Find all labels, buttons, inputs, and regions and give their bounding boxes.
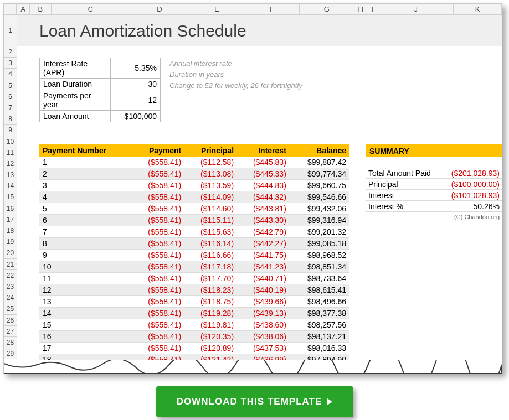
input-label: Loan Amount	[40, 111, 111, 122]
row-header-22[interactable]: 22	[4, 270, 17, 281]
input-value[interactable]: 5.35%	[111, 58, 161, 79]
table-row[interactable]: 16($558.41)($120.35)($438.06)$98,137.21	[39, 331, 349, 343]
input-label: Loan Duration	[40, 79, 111, 90]
table-row[interactable]: 12($558.41)($118.23)($440.19)$98,615.41	[39, 284, 349, 296]
download-label: DOWNLOAD THIS TEMPLATE	[177, 396, 322, 407]
copyright: (C) Chandoo.org	[366, 212, 502, 220]
col-header-F[interactable]: F	[244, 4, 299, 14]
row-header-28[interactable]: 28	[4, 337, 17, 348]
table-row[interactable]: 17($558.41)($120.89)($437.53)$98,016.33	[39, 343, 349, 354]
input-note: Change to 52 for weekly, 26 for fortnigh…	[169, 80, 302, 91]
loan-inputs-block: Interest Rate (APR)5.35%Loan Duration30P…	[39, 58, 502, 122]
row-header-1[interactable]: 1	[4, 15, 17, 46]
summary-row: Interest %50.26%	[366, 201, 502, 212]
col-header-D[interactable]: D	[130, 4, 189, 14]
summary-label: Interest %	[368, 202, 403, 210]
row-header-6[interactable]: 6	[4, 91, 17, 102]
row-header-18[interactable]: 18	[4, 225, 17, 236]
col-header-H[interactable]: H	[354, 4, 367, 14]
row-header-23[interactable]: 23	[4, 281, 17, 292]
loan-inputs-table: Interest Rate (APR)5.35%Loan Duration30P…	[39, 58, 161, 122]
summary-header: SUMMARY	[366, 144, 502, 157]
col-header-K[interactable]: K	[454, 4, 502, 14]
table-row[interactable]: 3($558.41)($113.59)($444.83)$99,660.75	[39, 180, 349, 191]
row-header-16[interactable]: 16	[4, 203, 17, 214]
row-header-7[interactable]: 7	[4, 102, 17, 113]
row-header-10[interactable]: 10	[4, 136, 17, 147]
page-title: Loan Amortization Schedule	[39, 22, 246, 40]
table-row[interactable]: 13($558.41)($118.75)($439.66)$98,496.66	[39, 296, 349, 308]
row-header-19[interactable]: 19	[4, 236, 17, 247]
table-row[interactable]: 8($558.41)($116.14)($442.27)$99,085.18	[39, 238, 349, 250]
col-header-B[interactable]: B	[30, 4, 52, 14]
row-header-27[interactable]: 27	[4, 326, 17, 337]
chevron-right-icon	[327, 398, 332, 405]
sheet-content: Loan Amortization Schedule Interest Rate…	[17, 15, 502, 374]
summary-row: Total Amount Paid($201,028.93)	[366, 168, 502, 179]
download-template-button[interactable]: DOWNLOAD THIS TEMPLATE	[156, 386, 353, 417]
col-header-C[interactable]: C	[52, 4, 130, 14]
row-header-8[interactable]: 8	[4, 113, 17, 125]
table-row[interactable]: 7($558.41)($115.63)($442.79)$99,201.32	[39, 226, 349, 238]
col-header-I[interactable]: I	[367, 4, 378, 14]
sched-header-pay: Payment	[132, 144, 185, 157]
row-header-11[interactable]: 11	[4, 147, 17, 158]
input-note	[169, 91, 302, 102]
table-row[interactable]: 9($558.41)($116.66)($441.75)$98,968.52	[39, 250, 349, 261]
row-headers: 1234567891011121314151617181920212223242…	[4, 15, 17, 359]
row-header-25[interactable]: 25	[4, 303, 17, 314]
row-header-5[interactable]: 5	[4, 80, 17, 91]
col-header-E[interactable]: E	[189, 4, 244, 14]
summary-row: Interest($101,028.93)	[366, 190, 502, 201]
summary-label: Principal	[368, 180, 398, 188]
col-header-G[interactable]: G	[300, 4, 354, 14]
torn-edge	[4, 360, 502, 374]
input-label: Payments per year	[40, 90, 111, 111]
row-header-13[interactable]: 13	[4, 169, 17, 180]
table-row[interactable]: 4($558.41)($114.09)($444.32)$99,546.66	[39, 191, 349, 203]
row-header-2[interactable]: 2	[4, 46, 17, 58]
row-header-26[interactable]: 26	[4, 315, 17, 326]
col-header-J[interactable]: J	[378, 4, 454, 14]
table-row[interactable]: 6($558.41)($115.11)($443.30)$99,316.94	[39, 215, 349, 226]
row-header-4[interactable]: 4	[4, 69, 17, 80]
summary-label: Interest	[368, 191, 394, 199]
title-band: Loan Amortization Schedule	[17, 15, 502, 46]
row-header-9[interactable]: 9	[4, 125, 17, 136]
sched-header-prin: Principal	[184, 144, 237, 157]
summary-value: ($201,028.93)	[451, 169, 500, 177]
input-note: Duration in years	[169, 69, 302, 80]
row-header-15[interactable]: 15	[4, 191, 17, 203]
row-header-21[interactable]: 21	[4, 259, 17, 270]
row-header-12[interactable]: 12	[4, 158, 17, 169]
table-row[interactable]: 1($558.41)($112.58)($445.83)$99,887.42	[39, 157, 349, 168]
sched-header-int: Interest	[237, 144, 290, 157]
column-headers: ABCDEFGHIJK	[4, 4, 502, 15]
row-header-3[interactable]: 3	[4, 58, 17, 69]
table-row[interactable]: 5($558.41)($114.60)($443.81)$99,432.06	[39, 203, 349, 215]
input-value[interactable]: $100,000	[111, 111, 161, 122]
table-row[interactable]: 2($558.41)($113.08)($445.33)$99,774.34	[39, 168, 349, 180]
row-header-24[interactable]: 24	[4, 292, 17, 303]
summary-value: ($100,000.00)	[451, 180, 500, 188]
row-header-20[interactable]: 20	[4, 247, 17, 258]
schedule-table: Payment NumberPaymentPrincipalInterestBa…	[39, 144, 349, 374]
summary-value: 50.26%	[474, 202, 500, 210]
input-value[interactable]: 12	[111, 90, 161, 111]
col-header-A[interactable]: A	[17, 4, 29, 14]
row-header-14[interactable]: 14	[4, 180, 17, 191]
table-row[interactable]: 14($558.41)($119.28)($439.13)$98,377.38	[39, 308, 349, 319]
spreadsheet-frame: ABCDEFGHIJK 1234567891011121314151617181…	[3, 3, 502, 374]
row-header-29[interactable]: 29	[4, 348, 17, 359]
input-value[interactable]: 30	[111, 79, 161, 90]
summary-value: ($101,028.93)	[451, 191, 500, 199]
table-row[interactable]: 15($558.41)($119.81)($438.60)$98,257.56	[39, 319, 349, 331]
input-note: Annual interest rate	[169, 58, 302, 69]
sched-header-bal: Balance	[290, 144, 349, 157]
loan-inputs-notes: Annual interest rateDuration in yearsCha…	[169, 58, 302, 122]
table-row[interactable]: 10($558.41)($117.18)($441.23)$98,851.34	[39, 261, 349, 273]
table-row[interactable]: 11($558.41)($117.70)($440.71)$98,733.64	[39, 273, 349, 284]
row-header-17[interactable]: 17	[4, 214, 17, 225]
input-label: Interest Rate (APR)	[40, 58, 111, 79]
sched-header-num: Payment Number	[39, 144, 132, 157]
